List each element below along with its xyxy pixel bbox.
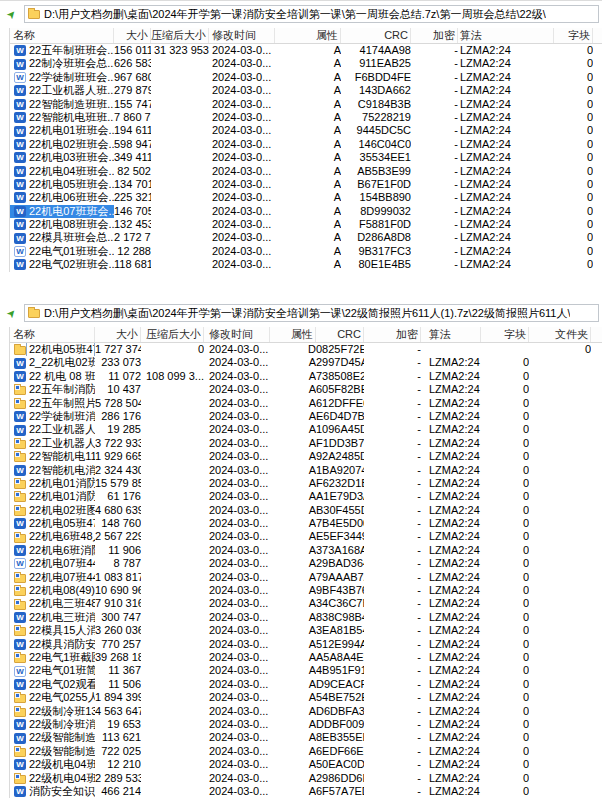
table-row[interactable]: 22五年制照片9人...5 728 5042024-03-0...A612DFF…: [10, 397, 602, 410]
column-header-row: 名称大小压缩后大小修改时间属性CRC加密算法字块文件夹: [10, 327, 602, 343]
table-row[interactable]: W22机电03班班会...349 4112024-03-0...A35534EE…: [10, 151, 602, 164]
cell-enc: -: [411, 111, 458, 124]
table-row[interactable]: 22电气1班截图 (...39 268 1862024-03-0...AA5A8…: [10, 651, 602, 664]
table-row[interactable]: W22学徒制班班会...967 6802024-03-0...AF6BDD4FE…: [10, 71, 602, 84]
column-header-method[interactable]: 算法: [421, 327, 481, 342]
table-row[interactable]: W22智能机电班班...7 860 7312024-03-0...A752282…: [10, 111, 602, 124]
table-row[interactable]: W22工业机器人《...19 2852024-03-0...A1096A45D-…: [10, 423, 602, 436]
address-bar[interactable]: D:\用户文档勿删\桌面\2024年开学第一课消防安全培训第一课\22级简报照片…: [24, 304, 599, 322]
table-row[interactable]: 22级制冷班13人...4 563 6472024-03-0...AD6DBFA…: [10, 705, 602, 718]
table-row[interactable]: W22机电07班44人....8 7872024-03-0...A29BAD36…: [10, 557, 602, 570]
table-row[interactable]: 22机电05班47人1 727 37402024-03-0...D0825F72…: [10, 343, 602, 356]
cell-method: LZMA2:24: [421, 678, 481, 691]
file-name: 22机电6班48人观...: [29, 530, 95, 543]
table-row[interactable]: W22机电三班消防...300 7472024-03-0...A838C98B4…: [10, 611, 602, 624]
table-row[interactable]: W22模具消防安全(...770 2572024-03-0...A512E994…: [10, 638, 602, 651]
table-row[interactable]: W22机电08班班会...132 4532024-03-0...AF5881F0…: [10, 218, 602, 231]
table-row[interactable]: W22级机电04班消...12 2102024-03-0...A50EAC0D5…: [10, 758, 602, 771]
table-row[interactable]: W22学徒制班消防...286 1762024-03-0...AE6D4D7B7…: [10, 410, 602, 423]
file-name-cell: W22机电05班47人....: [10, 517, 95, 530]
table-row[interactable]: W22五年制班班会...156 01131 323 9532024-03-0..…: [10, 44, 602, 57]
cell-size: 279 879: [114, 84, 151, 97]
table-row[interactable]: W22机电02班班会...598 9472024-03-0...A146C04C…: [10, 138, 602, 151]
table-row[interactable]: 22智能机电11人...1 929 6652024-03-0...A92A248…: [10, 450, 602, 463]
column-header-packed[interactable]: 压缩后大小: [141, 327, 204, 342]
table-row[interactable]: W22 机电 08 班观...11 072108 099 3...2024-03…: [10, 370, 602, 383]
cell-method: LZMA2:24: [458, 138, 554, 151]
column-header-name[interactable]: 名称: [10, 327, 95, 342]
table-row[interactable]: W22机电06班班会...225 3212024-03-0...A154BB89…: [10, 191, 602, 204]
cell-date: 2024-03-0...: [209, 191, 275, 204]
column-header-attr[interactable]: 属性: [270, 327, 316, 342]
table-row[interactable]: 22电气0255人安...1 894 3992024-03-0...A54BE7…: [10, 691, 602, 704]
table-row[interactable]: 22机电6班48人观...2 567 2292024-03-0...AE5EF3…: [10, 530, 602, 543]
cell-crc: 35534EE1: [341, 151, 411, 164]
cell-block: 0: [481, 504, 529, 517]
table-row[interactable]: W22机电01班班会...194 6112024-03-0...A9445DC5…: [10, 124, 602, 137]
file-name-cell: W22学徒制班消防...: [10, 410, 95, 423]
cell-packed: [141, 450, 204, 463]
table-row[interactable]: W22机电05班47人....148 7602024-03-0...A7B4E5…: [10, 517, 602, 530]
table-row[interactable]: 22模具15人消防...3 260 0362024-03-0...A3EA81B…: [10, 624, 602, 637]
table-row[interactable]: 22机电02班图片4...4 680 6392024-03-0...AB30F4…: [10, 504, 602, 517]
table-row[interactable]: W2_22机电02班安...233 0732024-03-0...A2997D4…: [10, 356, 602, 369]
table-row[interactable]: W22电气02班班会...118 6812024-03-0...A80E1E4B…: [10, 258, 602, 271]
column-header-crc[interactable]: CRC: [316, 327, 364, 342]
table-row[interactable]: W22智能制造班班...155 7472024-03-0...AC9184B3B…: [10, 98, 602, 111]
table-row[interactable]: W22级制冷班消防...19 6532024-03-0...ADDBF0095-…: [10, 718, 602, 731]
green-up-arrow-icon[interactable]: ➤: [4, 7, 19, 22]
cell-method: LZMA2:24: [421, 691, 481, 704]
table-row[interactable]: W22机电6班消防培...11 9062024-03-0...A373A168A…: [10, 544, 602, 557]
column-header-folders[interactable]: 文件夹: [529, 327, 591, 342]
green-up-arrow-icon[interactable]: ➤: [4, 306, 19, 321]
cell-attr: A: [270, 544, 316, 557]
column-header-block[interactable]: 字块: [554, 28, 593, 43]
table-row[interactable]: 22机电01消防简...61 1762024-03-0...AA1E79D3A-…: [10, 490, 602, 503]
column-header-enc[interactable]: 加密: [364, 327, 421, 342]
cell-block: 0: [481, 772, 529, 785]
cell-size: 3 260 036: [95, 624, 141, 637]
table-row[interactable]: 22机电08(49).zip10 690 9642024-03-0...A9BF…: [10, 584, 602, 597]
column-header-block[interactable]: 字块: [481, 327, 529, 342]
table-row[interactable]: 22机电07班44人....1 083 8172024-03-0...A79AA…: [10, 571, 602, 584]
column-header-enc[interactable]: 加密: [411, 28, 458, 43]
cell-folders: [529, 584, 591, 597]
table-row[interactable]: W22工业机器人班...279 8792024-03-0...A143DA662…: [10, 84, 602, 97]
table-row[interactable]: 22五年制消防知...10 4372024-03-0...A605F82BE-L…: [10, 383, 602, 396]
column-header-attr[interactable]: 属性: [275, 28, 341, 43]
table-row[interactable]: W22机电07班班会...146 7052024-03-0...A8D99903…: [10, 205, 602, 218]
table-row[interactable]: W消防安全知识培训...466 2142024-03-0...A6F57A7ED…: [10, 785, 602, 798]
table-row[interactable]: W22智能机电消防...2 324 4302024-03-0...A1BA920…: [10, 464, 602, 477]
table-row[interactable]: 22机电三班48人...7 910 3162024-03-0...A34C36C…: [10, 597, 602, 610]
column-header-size[interactable]: 大小: [95, 327, 141, 342]
cell-size: 4 680 639: [95, 504, 141, 517]
table-row[interactable]: 22级智能制造班...722 0252024-03-0...A6EDF66E6-…: [10, 745, 602, 758]
address-bar[interactable]: D:\用户文档勿删\桌面\2024年开学第一课消防安全培训第一课\第一周班会总结…: [24, 5, 599, 23]
table-row[interactable]: 22机电01消防截...15 579 8542024-03-0...AF6232…: [10, 477, 602, 490]
table-row[interactable]: W22电气01班班会...12 2882024-03-0...A9B317FC3…: [10, 245, 602, 258]
cell-block: 0: [481, 464, 529, 477]
table-row[interactable]: W22级智能制造消...113 6212024-03-0...A8EB355EB…: [10, 731, 602, 744]
column-header-size[interactable]: 大小: [114, 28, 151, 43]
cell-date: 2024-03-0...: [204, 624, 270, 637]
table-row[interactable]: W22电气01班简报(...11 3672024-03-0...A4B951F9…: [10, 664, 602, 677]
column-header-name[interactable]: 名称: [10, 28, 114, 43]
column-header-date[interactable]: 修改时间: [204, 327, 270, 342]
cell-packed: [151, 231, 209, 244]
zip-badge-icon: [15, 492, 20, 497]
cell-folders: [529, 745, 591, 758]
cell-attr: A: [270, 597, 316, 610]
table-row[interactable]: 22级机电04班消...2 289 5332024-03-0...A2986DD…: [10, 772, 602, 785]
table-row[interactable]: W22机电05班班会...134 7012024-03-0...AB67E1F0…: [10, 178, 602, 191]
column-header-method[interactable]: 算法: [458, 28, 554, 43]
column-header-crc[interactable]: CRC: [341, 28, 411, 43]
table-row[interactable]: W22模具班班会总...2 172 7712024-03-0...AD286A8…: [10, 231, 602, 244]
column-header-date[interactable]: 修改时间: [209, 28, 275, 43]
table-row[interactable]: W22制冷班班会总...626 5832024-03-0...A911EAB25…: [10, 57, 602, 70]
cell-crc: F5881F0D: [341, 218, 411, 231]
file-name: 22级机电04班消...: [29, 772, 95, 785]
table-row[interactable]: W22机电04班班会...82 5022024-03-0...AAB5B3E99…: [10, 165, 602, 178]
column-header-packed[interactable]: 压缩后大小: [151, 28, 209, 43]
table-row[interactable]: W22电气02观看消...11 5062024-03-0...AD9CEACF6…: [10, 678, 602, 691]
table-row[interactable]: 22工业机器人班...3 722 9332024-03-0...AF1DD3B7…: [10, 437, 602, 450]
